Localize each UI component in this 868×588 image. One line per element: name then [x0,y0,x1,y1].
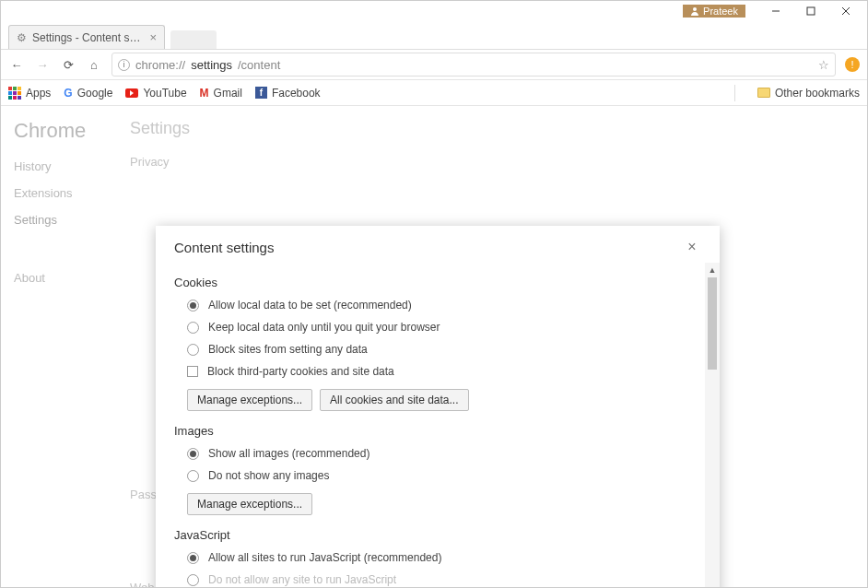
apps-label: Apps [26,87,51,100]
browser-tab[interactable]: ⚙ Settings - Content settings × [8,25,165,49]
radio-icon [187,322,199,334]
bookmark-label: Facebook [272,87,321,100]
sidebar-item-settings: Settings [14,213,86,227]
brand-title: Chrome [14,119,86,143]
other-bookmarks-label: Other bookmarks [775,87,860,100]
window-maximize-button[interactable] [793,2,828,20]
radio-icon [187,552,199,564]
option-label: Do not allow any site to run JavaScript [208,573,396,586]
dialog-body: Cookies Allow local data to be set (reco… [156,263,720,588]
browser-toolbar: ← → ⟳ ⌂ i chrome://settings/content ☆ ! [1,49,867,80]
folder-icon [757,88,770,98]
dialog-title: Content settings [174,240,274,255]
svg-rect-2 [807,7,815,15]
section-title-cookies: Cookies [174,276,705,289]
option-label: Block third-party cookies and site data [207,365,394,378]
bookmark-star-icon[interactable]: ☆ [818,58,829,72]
bookmark-youtube[interactable]: YouTube [125,87,186,100]
section-title-javascript: JavaScript [174,528,705,542]
bookmark-label: Google [77,87,113,100]
dialog-scroll-area: Cookies Allow local data to be set (reco… [174,263,705,588]
option-label: Block sites from setting any data [208,343,368,356]
info-icon: i [118,59,130,71]
window-close-button[interactable] [828,2,863,20]
back-button[interactable]: ← [8,58,25,72]
dialog-header: Content settings × [156,226,720,263]
js-option-allow[interactable]: Allow all sites to run JavaScript (recom… [187,551,705,564]
url-scheme: chrome:// [135,58,185,72]
window-minimize-button[interactable] [758,2,793,20]
forward-button[interactable]: → [34,58,51,72]
home-button[interactable]: ⌂ [86,58,102,72]
option-label: Allow local data to be set (recommended) [208,299,412,312]
svg-point-0 [693,7,697,11]
bookmark-label: YouTube [143,87,186,100]
url-host: settings [191,58,232,72]
gmail-icon: M [200,87,209,100]
tab-title: Settings - Content settings [32,31,143,44]
cookies-option-block[interactable]: Block sites from setting any data [187,343,705,356]
settings-page-background: Chrome History Extensions Settings About… [1,106,867,587]
sidebar-item-extensions: Extensions [14,186,86,200]
option-label: Show all images (recommended) [208,447,369,460]
sidebar-item-history: History [14,159,86,173]
radio-icon [187,470,199,482]
js-option-block[interactable]: Do not allow any site to run JavaScript [187,573,705,586]
dialog-close-button[interactable]: × [683,239,701,255]
checkbox-icon [187,366,198,377]
google-g-icon: G [64,87,72,100]
alert-icon[interactable]: ! [845,57,860,72]
radio-icon [187,344,199,356]
tab-close-icon[interactable]: × [149,30,157,44]
address-bar[interactable]: i chrome://settings/content ☆ [111,53,836,76]
tab-strip: ⚙ Settings - Content settings × [1,21,867,49]
bookmarks-separator [734,85,735,101]
facebook-icon: f [255,87,267,99]
section-title-images: Images [174,424,705,438]
option-label: Keep local data only until you quit your… [208,321,440,334]
cookies-all-data-button[interactable]: All cookies and site data... [320,389,468,411]
bookmark-label: Gmail [214,87,242,100]
images-option-show[interactable]: Show all images (recommended) [187,447,705,460]
images-option-hide[interactable]: Do not show any images [187,469,705,482]
cookies-block-third-party[interactable]: Block third-party cookies and site data [187,365,705,378]
option-label: Do not show any images [208,469,329,482]
user-badge-label: Prateek [703,6,738,17]
content-settings-dialog: Content settings × Cookies Allow local d… [156,226,720,588]
cookies-option-session[interactable]: Keep local data only until you quit your… [187,321,705,334]
apps-shortcut[interactable]: Apps [8,87,51,100]
images-manage-exceptions-button[interactable]: Manage exceptions... [187,493,312,515]
other-bookmarks[interactable]: Other bookmarks [748,87,860,100]
apps-grid-icon [8,87,21,100]
radio-icon [187,448,199,460]
dialog-scrollbar[interactable]: ▲ ▼ [705,263,720,588]
youtube-icon [125,88,138,98]
option-label: Allow all sites to run JavaScript (recom… [208,551,441,564]
window-titlebar: Prateek [1,1,867,21]
user-badge[interactable]: Prateek [683,5,745,18]
scrollbar-thumb[interactable] [708,277,717,370]
url-path: /content [238,58,280,72]
bookmark-facebook[interactable]: f Facebook [255,87,321,100]
section-privacy: Privacy [130,155,197,169]
settings-sidebar: Chrome History Extensions Settings About [14,119,86,298]
scroll-up-arrow-icon[interactable]: ▲ [705,263,720,277]
bookmark-google[interactable]: G Google [64,87,112,100]
bookmark-gmail[interactable]: M Gmail [200,87,242,100]
radio-icon [187,574,199,586]
sidebar-item-about: About [14,271,86,285]
reload-button[interactable]: ⟳ [60,58,76,72]
new-tab-button[interactable] [170,30,217,49]
cookies-manage-exceptions-button[interactable]: Manage exceptions... [187,389,312,411]
bookmarks-bar: Apps G Google YouTube M Gmail f Facebook… [1,80,867,106]
gear-icon: ⚙ [17,31,27,44]
radio-icon [187,300,199,312]
cookies-option-allow[interactable]: Allow local data to be set (recommended) [187,299,705,312]
page-title: Settings [130,119,197,138]
person-icon [690,6,699,16]
